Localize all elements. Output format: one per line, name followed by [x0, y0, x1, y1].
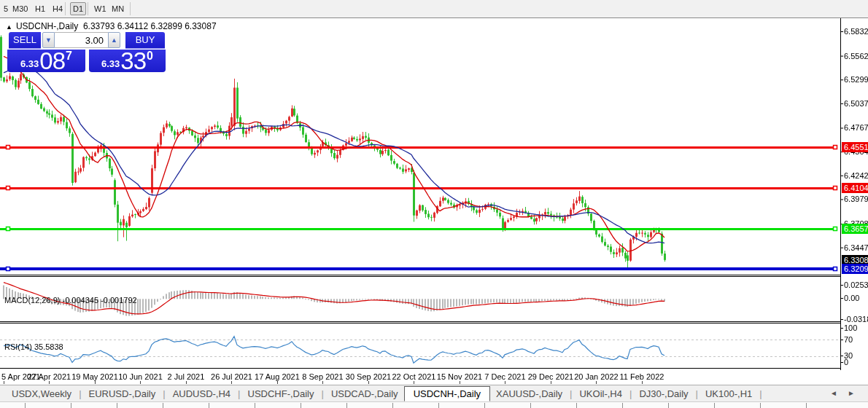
- date-axis-label: 8 Sep 2021: [302, 372, 343, 381]
- timeframe-button-d1[interactable]: D1: [70, 2, 86, 15]
- level-price-badge: 6.32098: [842, 264, 868, 274]
- tab-separator: |: [320, 388, 325, 399]
- chart-title: ▲USDCNH-,Daily 6.33793 6.34112 6.32899 6…: [6, 21, 217, 31]
- sell-price-big: 08: [39, 51, 65, 71]
- sell-price-pip: 7: [66, 50, 72, 63]
- timeframe-button-m30[interactable]: M30: [10, 3, 30, 15]
- price-axis-label: 6.52995: [844, 75, 868, 84]
- date-axis-label: 15 Nov 2021: [437, 372, 482, 381]
- timeframe-button-mn[interactable]: MN: [109, 3, 126, 15]
- rsi-indicator-label: RSI(14) 35.5838: [4, 342, 63, 351]
- date-axis-label: 11 Feb 2022: [619, 372, 664, 381]
- status-tick: [484, 403, 485, 408]
- price-axis-label: 6.58320: [844, 27, 868, 36]
- chart-tab-ukoil-h4[interactable]: UKOil-,H4: [573, 387, 628, 401]
- tab-separator: |: [694, 388, 700, 399]
- chart-tab-bar: USDX,Weekly|EURUSD-,Daily|AUDUSD-,H4|USD…: [0, 385, 868, 401]
- tab-separator: |: [758, 388, 763, 399]
- sell-price-prefix: 6.33: [20, 58, 39, 69]
- status-tick: [438, 403, 439, 408]
- collapse-subwindow-icon[interactable]: ▲: [6, 23, 12, 31]
- sell-price-panel[interactable]: 6.33087: [7, 50, 85, 72]
- buy-button[interactable]: BUY: [125, 32, 165, 49]
- timeframe-button-h4[interactable]: H4: [50, 3, 65, 15]
- status-tick: [346, 403, 347, 408]
- timeframe-button-w1[interactable]: W1: [92, 3, 109, 15]
- toolbar-separator: [88, 2, 88, 15]
- toolbar-separator: [130, 2, 131, 15]
- status-tick: [209, 403, 209, 408]
- tab-separator: |: [77, 388, 82, 399]
- tab-scroll-right-icon[interactable]: ►: [848, 389, 855, 397]
- chart-tab-usdcad-daily[interactable]: USDCAD-,Daily: [325, 387, 404, 401]
- macd-axis-label: -0.03183: [844, 315, 868, 323]
- status-tick: [163, 403, 163, 408]
- level-price-badge: 6.36570: [842, 224, 868, 234]
- status-tick: [71, 403, 71, 408]
- volume-increase-button[interactable]: ▲: [108, 32, 120, 48]
- date-axis-label: 7 Dec 2021: [484, 372, 525, 381]
- status-tick: [668, 403, 669, 408]
- timeframe-button-h1[interactable]: H1: [33, 3, 47, 15]
- chart-tab-usdcnh-daily[interactable]: USDCNH-,Daily: [404, 386, 490, 401]
- rsi-axis-label: 70: [844, 335, 853, 344]
- timeframe-button-5[interactable]: 5: [1, 3, 10, 15]
- date-axis-label: 17 Aug 2021: [255, 372, 300, 381]
- volume-decrease-button[interactable]: ▼: [42, 32, 55, 48]
- price-axis-label: 6.34470: [844, 243, 868, 252]
- tab-separator: |: [236, 388, 241, 399]
- mt4-window: 5M30H1H4D1W1MN ▲USDCNH-,Daily 6.33793 6.…: [0, 0, 868, 408]
- tab-scroll-left-icon[interactable]: ◄: [830, 389, 837, 397]
- sell-button[interactable]: SELL: [9, 32, 41, 49]
- chart-tab-audusd-h4[interactable]: AUDUSD-,H4: [167, 387, 236, 401]
- tab-separator: |: [628, 388, 633, 399]
- macd-axis-label: 0.025357: [844, 280, 868, 289]
- status-tick: [301, 403, 301, 408]
- status-tick: [760, 403, 761, 408]
- date-axis-label: 26 Jul 2021: [211, 372, 252, 381]
- date-axis-label: 10 Jun 2021: [118, 372, 163, 381]
- price-axis-label: 6.42420: [844, 171, 868, 180]
- date-axis-label: 2 Jul 2021: [168, 372, 205, 381]
- chart-window: ▲USDCNH-,Daily 6.33793 6.34112 6.32899 6…: [0, 18, 868, 401]
- rsi-axis-label: 0: [844, 358, 848, 366]
- chevron-down-icon: ▼: [45, 36, 52, 44]
- status-tick: [25, 403, 26, 408]
- price-axis-label: 6.47670: [844, 123, 868, 132]
- status-tick: [714, 403, 715, 408]
- macd-indicator-label: MACD(12,26,9) -0.004345 -0.001792: [4, 296, 137, 305]
- tab-separator: |: [161, 388, 166, 399]
- date-axis-label: 27 Apr 2021: [28, 372, 71, 381]
- date-axis-label: 29 Dec 2021: [528, 372, 573, 381]
- chart-tab-dj30-daily[interactable]: DJ30-,Daily: [633, 387, 694, 401]
- status-strip: [0, 401, 868, 408]
- chart-tab-uk100-h1[interactable]: UK100-,H1: [700, 387, 758, 401]
- date-axis-label: 22 Oct 2021: [392, 372, 435, 381]
- chart-tab-eurusd-daily[interactable]: EURUSD-,Daily: [83, 387, 162, 401]
- chart-tab-usdx-weekly[interactable]: USDX,Weekly: [6, 387, 77, 401]
- status-tick: [392, 403, 393, 408]
- chart-tab-xauusd-daily[interactable]: XAUUSD-,Daily: [490, 387, 568, 401]
- chart-tab-usdchf-daily[interactable]: USDCHF-,Daily: [242, 387, 320, 401]
- date-axis-label: 20 Jan 2022: [574, 372, 619, 381]
- volume-input[interactable]: [55, 32, 108, 48]
- level-price-badge: 6.45515: [842, 142, 868, 152]
- toolbar-separator: [65, 2, 66, 15]
- status-tick: [806, 403, 807, 408]
- status-tick: [576, 403, 577, 408]
- ohlc-values: 6.33793 6.34112 6.32899 6.33087: [83, 21, 217, 31]
- date-axis-label: 30 Sep 2021: [346, 372, 391, 381]
- buy-price-pip: 0: [147, 50, 153, 63]
- level-price-badge: 6.41043: [842, 183, 868, 193]
- price-axis-label: 6.50370: [844, 99, 868, 108]
- symbol-title: USDCNH-,Daily: [16, 21, 78, 31]
- buy-price-panel[interactable]: 6.33330: [89, 50, 166, 72]
- buy-price-prefix: 6.33: [101, 58, 120, 69]
- chevron-up-icon: ▲: [111, 36, 117, 44]
- macd-axis-label: 0.00: [844, 294, 859, 302]
- price-axis-label: 6.39795: [844, 195, 868, 203]
- rsi-axis-label: 100: [844, 323, 857, 332]
- tab-separator: |: [568, 388, 573, 399]
- buy-price-big: 33: [120, 51, 146, 71]
- status-tick: [117, 403, 117, 408]
